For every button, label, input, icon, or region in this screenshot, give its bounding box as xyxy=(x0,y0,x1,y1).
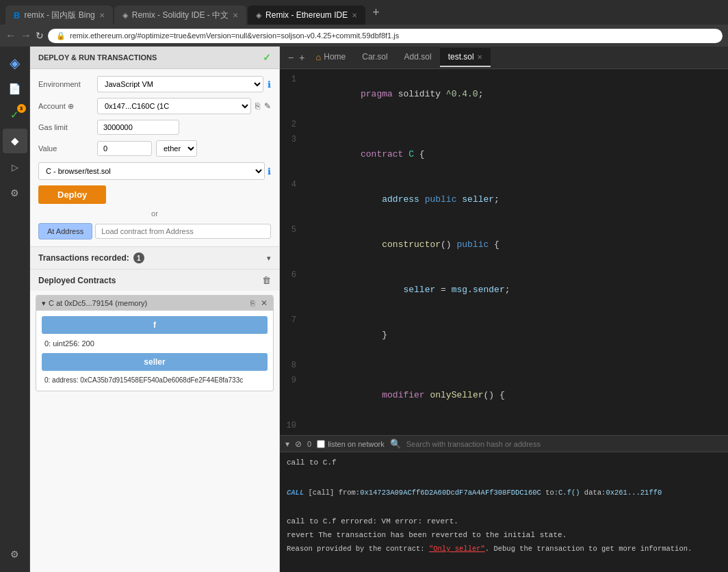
code-line-6: 6 seller = msg.sender; xyxy=(280,268,728,313)
account-row: Account ⊕ 0x147...C160C (1C ⎘ ✎ xyxy=(38,98,271,114)
zoom-in-icon[interactable]: + xyxy=(296,47,307,68)
line-num-3: 3 xyxy=(280,132,307,147)
deploy-icon[interactable]: ◆ xyxy=(3,129,27,153)
or-label: or xyxy=(38,209,271,218)
run-icon[interactable]: ▷ xyxy=(3,155,27,179)
plugin-icon[interactable]: ⚙ xyxy=(3,181,27,205)
at-address-input[interactable] xyxy=(95,224,271,239)
console-line-call: CALL [call] from:0x14723A09ACff6D2A60Dcd… xyxy=(287,486,721,499)
value-unit-select[interactable]: ether xyxy=(156,140,197,157)
transactions-title: Transactions recorded: 1 xyxy=(38,252,144,263)
transactions-section[interactable]: Transactions recorded: 1 ▾ xyxy=(30,246,279,269)
console-toolbar: ▾ ⊘ 0 listen on network 🔍 xyxy=(280,436,728,452)
line-content-5: constructor() public { xyxy=(307,222,728,268)
line-num-6: 6 xyxy=(280,268,307,283)
console-content: call to C.f CALL [call] from:0x14723A09A… xyxy=(280,452,728,572)
tab-add-label: Add.sol xyxy=(404,52,432,62)
code-line-1: 1 pragma solidity ^0.4.0; xyxy=(280,72,728,117)
code-line-5: 5 constructor() public { xyxy=(280,222,728,268)
account-copy-icon[interactable]: ⎘ xyxy=(255,101,260,111)
tab-test[interactable]: test.sol ✕ xyxy=(440,48,491,67)
tab-remix-cn[interactable]: ◈ Remix - Solidity IDE - 中文 ✕ xyxy=(114,5,246,25)
f-return-value: 0: uint256: 200 xyxy=(42,338,268,349)
seller-function-button[interactable]: seller xyxy=(42,353,268,371)
line-num-8: 8 xyxy=(280,358,307,373)
address-bar[interactable]: 🔒 remix.ethereum.org/#optimize=true&evmV… xyxy=(48,29,723,43)
listen-network-checkbox[interactable] xyxy=(317,440,325,448)
nav-bar: ← → ↻ 🔒 remix.ethereum.org/#optimize=tru… xyxy=(0,25,728,47)
remix-cn-favicon: ◈ xyxy=(122,11,128,20)
contract-chevron-icon[interactable]: ▾ xyxy=(42,299,46,308)
console-block-icon[interactable]: ⊘ xyxy=(295,439,302,449)
remix-logo-icon[interactable]: ◈ xyxy=(3,51,27,75)
console-area: ▾ ⊘ 0 listen on network 🔍 call to C.f xyxy=(280,435,728,572)
network-check-group: listen on network xyxy=(317,440,385,448)
console-search-icon[interactable]: 🔍 xyxy=(390,439,401,449)
tab-remix-eth-close[interactable]: ✕ xyxy=(352,12,357,19)
line-content-6: seller = msg.sender; xyxy=(307,268,728,313)
account-edit-icon[interactable]: ✎ xyxy=(264,101,271,111)
new-tab-button[interactable]: + xyxy=(367,5,385,20)
environment-info-icon[interactable]: ℹ xyxy=(268,79,271,90)
tab-bing[interactable]: B remix - 国内版 Bing ✕ xyxy=(5,5,113,25)
tab-bing-close[interactable]: ✕ xyxy=(99,12,105,19)
contract-info-icon[interactable]: ℹ xyxy=(268,166,271,177)
tab-home[interactable]: ⌂ Home xyxy=(307,48,354,68)
deploy-button-area: Deploy xyxy=(38,185,271,204)
console-count: 0 xyxy=(307,440,311,448)
settings-icon[interactable]: ⚙ xyxy=(3,542,27,567)
panel-header: DEPLOY & RUN TRANSACTIONS ✓ xyxy=(30,47,279,69)
line-content-3: contract C { xyxy=(307,132,728,177)
reload-button[interactable]: ↻ xyxy=(36,30,44,41)
console-line-error-1: call to C.f errored: VM error: revert. xyxy=(287,515,721,528)
code-line-10: 10 require(msg.sender == seller, "Only s… xyxy=(280,418,728,435)
line-content-8 xyxy=(307,358,728,373)
function-area: f 0: uint256: 200 seller 0: address: 0xC… xyxy=(36,311,273,391)
environment-label: Environment xyxy=(38,80,93,88)
contract-close-icon[interactable]: ✕ xyxy=(261,298,268,308)
line-num-4: 4 xyxy=(280,177,307,192)
line-num-7: 7 xyxy=(280,313,307,328)
tab-bing-label: remix - 国内版 Bing xyxy=(24,10,94,21)
code-line-8: 8 xyxy=(280,358,728,373)
check-icon[interactable]: ✓ 3 xyxy=(3,103,27,127)
at-address-button[interactable]: At Address xyxy=(38,223,92,239)
tab-remix-cn-label: Remix - Solidity IDE - 中文 xyxy=(132,10,229,21)
zoom-out-icon[interactable]: − xyxy=(285,47,296,68)
contract-address-text: C at 0xDc5...79154 (memory) xyxy=(49,299,248,307)
trash-icon[interactable]: 🗑 xyxy=(262,275,271,285)
address-text: remix.ethereum.org/#optimize=true&evmVer… xyxy=(70,31,399,40)
line-content-4: address public seller; xyxy=(307,177,728,222)
listen-network-label: listen on network xyxy=(328,440,385,448)
environment-select[interactable]: JavaScript VM xyxy=(97,76,263,92)
contract-select[interactable]: C - browser/test.sol xyxy=(38,162,265,180)
console-search-input[interactable] xyxy=(406,440,723,448)
value-input[interactable] xyxy=(97,141,152,156)
tab-car[interactable]: Car.sol xyxy=(354,48,395,67)
contract-instance: ▾ C at 0xDc5...79154 (memory) ⎘ ✕ f 0: u… xyxy=(36,295,274,391)
tab-test-close[interactable]: ✕ xyxy=(477,53,482,61)
back-button[interactable]: ← xyxy=(5,29,16,42)
account-select[interactable]: 0x147...C160C (1C xyxy=(97,98,251,114)
code-line-9: 9 modifier onlySeller() { xyxy=(280,373,728,418)
code-editor[interactable]: 1 pragma solidity ^0.4.0; 2 3 contract C… xyxy=(280,69,728,435)
console-expand-icon[interactable]: ▾ xyxy=(285,439,289,449)
environment-row: Environment JavaScript VM ℹ xyxy=(38,76,271,92)
file-icon[interactable]: 📄 xyxy=(3,77,27,101)
deploy-button[interactable]: Deploy xyxy=(38,185,106,204)
line-content-10: require(msg.sender == seller, "Only sell… xyxy=(307,418,728,435)
line-content-7: } xyxy=(307,313,728,358)
left-panel: DEPLOY & RUN TRANSACTIONS ✓ Environment … xyxy=(30,47,280,572)
line-content-9: modifier onlySeller() { xyxy=(307,373,728,418)
gas-limit-input[interactable] xyxy=(97,120,179,135)
account-label: Account ⊕ xyxy=(38,102,93,111)
contract-copy-icon[interactable]: ⎘ xyxy=(250,299,255,307)
tab-remix-eth[interactable]: ◈ Remix - Ethereum IDE ✕ xyxy=(248,5,365,25)
tab-remix-eth-label: Remix - Ethereum IDE xyxy=(265,10,348,20)
f-function-button[interactable]: f xyxy=(42,316,268,334)
tab-remix-cn-close[interactable]: ✕ xyxy=(233,12,238,19)
forward-button[interactable]: → xyxy=(21,29,31,42)
code-line-7: 7 } xyxy=(280,313,728,358)
tab-add[interactable]: Add.sol xyxy=(396,48,440,67)
account-plus-icon[interactable]: ⊕ xyxy=(68,102,74,111)
